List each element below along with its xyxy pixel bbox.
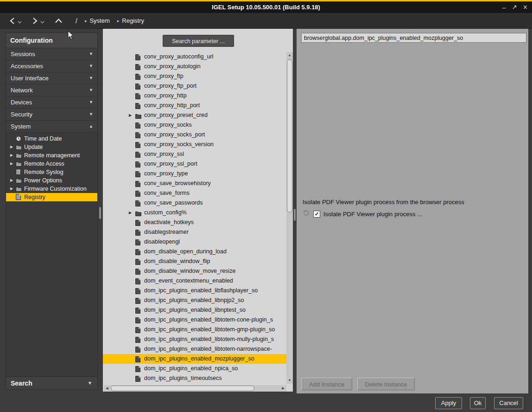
file-icon — [135, 336, 141, 342]
back-dropdown-icon[interactable] — [18, 21, 22, 24]
file-icon — [135, 229, 141, 235]
registry-item-dom-ipc-plugins-enabled-libtotem-gmp-plugin-so[interactable]: dom_ipc_plugins_enabled_libtotem-gmp-plu… — [103, 325, 286, 335]
registry-item-dom-ipc-plugins-enabled-npica-so[interactable]: dom_ipc_plugins_enabled_npica_so — [103, 364, 286, 373]
expander-icon[interactable]: ▶ — [9, 176, 14, 185]
registry-item-disablegstreamer[interactable]: disablegstreamer — [103, 227, 286, 237]
expander-icon[interactable]: ▶ — [9, 151, 14, 160]
file-icon — [16, 194, 22, 200]
up-icon[interactable] — [55, 18, 63, 24]
registry-item-conv-proxy-preset-cred[interactable]: ▶ conv_proxy_preset_cred — [103, 110, 286, 120]
registry-item-dom-ipc-plugins-enabled-libtotem-narrowspace[interactable]: dom_ipc_plugins_enabled_libtotem-narrows… — [103, 344, 286, 354]
registry-item-conv-save-forms[interactable]: conv_save_forms — [103, 188, 286, 198]
registry-item-dom-disable-window-flip[interactable]: dom_disable_window_flip — [103, 257, 286, 266]
revert-icon[interactable] — [303, 210, 310, 218]
registry-item-conv-proxy-ftp-port[interactable]: conv_proxy_ftp_port — [103, 81, 286, 91]
expander-icon[interactable]: ▶ — [9, 160, 14, 168]
registry-item-conv-proxy-socks-port[interactable]: conv_proxy_socks_port — [103, 130, 286, 140]
sidebar-splitter-handle[interactable] — [99, 207, 101, 219]
file-icon — [135, 161, 141, 167]
registry-item-dom-disable-window-move-resize[interactable]: dom_disable_window_move_resize — [103, 266, 286, 276]
parameter-path-field[interactable] — [301, 33, 526, 43]
sidebar-tree-item-remote-management[interactable]: ▶ Remote management — [6, 151, 97, 160]
sidebar-section-label: Sessions — [11, 51, 35, 58]
forward-dropdown-icon[interactable] — [40, 21, 44, 24]
registry-item-dom-disable-open-during-load[interactable]: dom_disable_open_during_load — [103, 247, 286, 257]
minimize-icon[interactable]: – — [502, 4, 506, 11]
registry-item-label: custom_config% — [144, 208, 187, 218]
registry-item-conv-save-passwords[interactable]: conv_save_passwords — [103, 198, 286, 208]
registry-item-conv-proxy-ftp[interactable]: conv_proxy_ftp — [103, 71, 286, 81]
registry-item-dom-ipc-plugins-enabled-mozplugger-so[interactable]: dom_ipc_plugins_enabled_mozplugger_so — [103, 354, 286, 364]
registry-item-dom-event-contextmenu-enabled[interactable]: dom_event_contextmenu_enabled — [103, 276, 286, 286]
close-icon[interactable]: × — [523, 4, 527, 11]
isolate-pdf-checkbox[interactable]: ✓ — [313, 211, 320, 218]
registry-item-conv-save-browsehistory[interactable]: conv_save_browsehistory — [103, 179, 286, 188]
sidebar-tree-item-update[interactable]: ▶ Update — [6, 143, 97, 151]
apply-button[interactable]: Apply — [435, 397, 462, 409]
back-icon[interactable] — [9, 17, 15, 25]
registry-item-conv-proxy-autologin[interactable]: conv_proxy_autologin — [103, 62, 286, 71]
scroll-up-icon[interactable]: ▲ — [286, 52, 293, 58]
expander-icon[interactable]: ▶ — [129, 110, 132, 120]
sidebar-search[interactable]: Search ▼ — [6, 376, 97, 389]
titlebar[interactable]: IGEL Setup 10.05.500.01 (Build 5.9.18) –… — [0, 1, 532, 13]
registry-item-dom-ipc-plugins-enabled-libtotem-mully-plugin-s[interactable]: dom_ipc_plugins_enabled_libtotem-mully-p… — [103, 335, 286, 344]
registry-item-dom-ipc-plugins-enabled-libtotem-cone-plugin-s[interactable]: dom_ipc_plugins_enabled_libtotem-cone-pl… — [103, 315, 286, 325]
sidebar-tree-item-remote-access[interactable]: ▶ Remote Access — [6, 160, 97, 168]
sidebar-section-accessories[interactable]: Accessories ▼ — [6, 60, 97, 72]
expander-icon[interactable]: ▶ — [9, 143, 14, 151]
panel-splitter-handle[interactable] — [294, 209, 296, 221]
scroll-left-icon[interactable]: ◀ — [104, 385, 110, 392]
horizontal-scrollbar[interactable]: ◀ ▶ — [104, 385, 286, 392]
vertical-scrollbar[interactable]: ▲ ▼ — [286, 52, 293, 384]
expander-icon[interactable]: ▶ — [9, 185, 14, 193]
sidebar-tree-item-registry[interactable]: Registry — [6, 193, 97, 201]
sidebar-tree-item-power-options[interactable]: ▶ Power Options — [6, 176, 97, 185]
registry-item-dom-ipc-plugins-enabled-libnpjp2-so[interactable]: dom_ipc_plugins_enabled_libnpjp2_so — [103, 296, 286, 305]
restore-icon[interactable] — [512, 4, 517, 11]
search-parameter-button[interactable]: Search parameter ... — [163, 35, 234, 47]
sidebar-tree-item-time-and-date[interactable]: Time and Date — [6, 135, 97, 143]
breadcrumb-system[interactable]: ▸ System — [85, 17, 110, 24]
expander-icon[interactable]: ▶ — [129, 208, 132, 218]
vertical-scrollbar-thumb[interactable] — [287, 59, 292, 212]
sidebar-section-devices[interactable]: Devices ▼ — [6, 97, 97, 109]
add-instance-button[interactable]: Add Instance — [301, 378, 352, 390]
registry-item-conv-proxy-http-port[interactable]: conv_proxy_http_port — [103, 101, 286, 110]
registry-item-conv-proxy-ssl-port[interactable]: conv_proxy_ssl_port — [103, 159, 286, 169]
registry-item-custom-config[interactable]: ▶ custom_config% — [103, 208, 286, 218]
sidebar-section-system[interactable]: System ▲ — [6, 121, 97, 133]
forward-icon[interactable] — [32, 17, 38, 25]
registry-item-disableopengl[interactable]: disableopengl — [103, 237, 286, 247]
horizontal-scrollbar-thumb[interactable] — [111, 386, 254, 391]
registry-item-dom-ipc-plugins-timeoutsecs[interactable]: dom_ipc_plugins_timeoutsecs — [103, 373, 286, 383]
chevron-down-icon: ▼ — [89, 72, 93, 84]
registry-item-label: conv_save_forms — [144, 188, 190, 198]
registry-item-conv-proxy-http[interactable]: conv_proxy_http — [103, 91, 286, 101]
registry-item-conv-proxy-socks-version[interactable]: conv_proxy_socks_version — [103, 140, 286, 149]
clock-icon — [16, 135, 22, 142]
scroll-down-icon[interactable]: ▼ — [286, 377, 293, 384]
cancel-button[interactable]: Cancel — [494, 397, 523, 409]
delete-instance-button[interactable]: Delete Instance — [357, 378, 415, 390]
registry-item-label: conv_proxy_ftp — [144, 71, 184, 81]
registry-item-conv-proxy-socks[interactable]: conv_proxy_socks — [103, 120, 286, 130]
registry-item-conv-proxy-ssl[interactable]: conv_proxy_ssl — [103, 149, 286, 159]
registry-item-dom-ipc-plugins-enabled-libnptest-so[interactable]: dom_ipc_plugins_enabled_libnptest_so — [103, 305, 286, 315]
sidebar-section-security[interactable]: Security ▼ — [6, 109, 97, 121]
footer-bar: Apply Ok Cancel — [0, 393, 532, 412]
breadcrumb-registry[interactable]: ▸ Registry — [117, 17, 144, 24]
scroll-right-icon[interactable]: ▶ — [280, 385, 286, 392]
sidebar-section-sessions[interactable]: Sessions ▼ — [6, 48, 97, 60]
sidebar-tree-item-remote-syslog[interactable]: Remote Syslog — [6, 168, 97, 176]
registry-item-deactivate-hotkeys[interactable]: deactivate_hotkeys — [103, 218, 286, 227]
sidebar-section-network[interactable]: Network ▼ — [6, 84, 97, 97]
registry-item-conv-proxy-autoconfig-url[interactable]: conv_proxy_autoconfig_url — [103, 52, 286, 62]
registry-item-dom-ipc-plugins-enabled-libflashplayer-so[interactable]: dom_ipc_plugins_enabled_libflashplayer_s… — [103, 286, 286, 296]
sidebar-section-user-interface[interactable]: User Interface ▼ — [6, 72, 97, 84]
sidebar-tree-item-firmware-customization[interactable]: ▶ Firmware Customization — [6, 185, 97, 193]
registry-item-conv-proxy-type[interactable]: conv_proxy_type — [103, 169, 286, 179]
file-icon — [135, 132, 141, 138]
ok-button[interactable]: Ok — [470, 397, 486, 409]
folder-icon — [16, 144, 22, 150]
